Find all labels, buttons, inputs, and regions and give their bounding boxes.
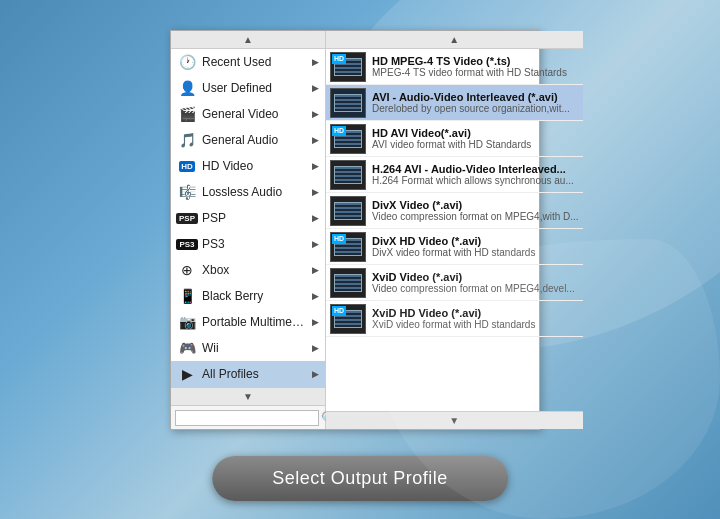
profile-name: H.264 AVI - Audio-Video Interleaved... xyxy=(372,163,579,175)
right-scroll-down[interactable]: ▼ xyxy=(326,411,583,429)
bottom-button-area: Select Output Profile xyxy=(212,456,508,501)
left-panel-content: 🕐 Recent Used ▶ 👤 User Defined ▶ 🎬 Gener… xyxy=(171,49,325,387)
sidebar-item-general-audio[interactable]: 🎵 General Audio ▶ xyxy=(171,127,325,153)
sidebar-item-general-video[interactable]: 🎬 General Video ▶ xyxy=(171,101,325,127)
profile-info-divx: DivX Video (*.avi) Video compression for… xyxy=(372,199,579,222)
sidebar-item-psp[interactable]: PSP PSP ▶ xyxy=(171,205,325,231)
profile-info-h264-avi: H.264 AVI - Audio-Video Interleaved... H… xyxy=(372,163,579,186)
lossless-icon: 🎼 xyxy=(177,183,197,201)
profile-desc: MPEG-4 TS video format with HD Stantards xyxy=(372,67,579,78)
sidebar-item-recent-used[interactable]: 🕐 Recent Used ▶ xyxy=(171,49,325,75)
profile-thumb-divx xyxy=(330,196,366,226)
profile-item-h264-avi[interactable]: H.264 AVI - Audio-Video Interleaved... H… xyxy=(326,157,583,193)
profile-name: HD MPEG-4 TS Video (*.ts) xyxy=(372,55,579,67)
sidebar-label-lossless-audio: Lossless Audio xyxy=(202,185,310,199)
arrow-icon: ▶ xyxy=(312,83,319,93)
sidebar-item-wii[interactable]: 🎮 Wii ▶ xyxy=(171,335,325,361)
sidebar-item-lossless-audio[interactable]: 🎼 Lossless Audio ▶ xyxy=(171,179,325,205)
sidebar-label-general-video: General Video xyxy=(202,107,310,121)
profile-item-xvid[interactable]: XviD Video (*.avi) Video compression for… xyxy=(326,265,583,301)
clock-icon: 🕐 xyxy=(177,53,197,71)
profile-thumb-h264-avi xyxy=(330,160,366,190)
profile-thumb-avi xyxy=(330,88,366,118)
profile-desc: DivX video format with HD standards xyxy=(372,247,579,258)
arrow-icon: ▶ xyxy=(312,265,319,275)
profile-thumb-xvid xyxy=(330,268,366,298)
arrow-icon: ▶ xyxy=(312,57,319,67)
sidebar-label-psp: PSP xyxy=(202,211,310,225)
sidebar-item-hd-video[interactable]: HD HD Video ▶ xyxy=(171,153,325,179)
psp-icon: PSP xyxy=(177,209,197,227)
hd-icon: HD xyxy=(177,157,197,175)
profile-info-xvid-hd: XviD HD Video (*.avi) XviD video format … xyxy=(372,307,579,330)
profile-desc: Video compression format on MPEG4,with D… xyxy=(372,211,579,222)
arrow-icon: ▶ xyxy=(312,239,319,249)
sidebar-label-portable-multimedia: Portable Multimedia Dev... xyxy=(202,315,310,329)
profile-thumb-hd-avi: HD xyxy=(330,124,366,154)
arrow-icon: ▶ xyxy=(312,291,319,301)
profile-name: XviD HD Video (*.avi) xyxy=(372,307,579,319)
allprofiles-icon: ▶ xyxy=(177,365,197,383)
profile-item-hd-avi[interactable]: HD HD AVI Video(*.avi) AVI video format … xyxy=(326,121,583,157)
profile-item-hd-mpeg4-ts[interactable]: HD HD MPEG-4 TS Video (*.ts) MPEG-4 TS v… xyxy=(326,49,583,85)
sidebar-label-xbox: Xbox xyxy=(202,263,310,277)
sidebar-item-user-defined[interactable]: 👤 User Defined ▶ xyxy=(171,75,325,101)
profile-thumb-hd-mpeg4-ts: HD xyxy=(330,52,366,82)
arrow-icon: ▶ xyxy=(312,343,319,353)
sidebar-item-blackberry[interactable]: 📱 Black Berry ▶ xyxy=(171,283,325,309)
profile-name: XviD Video (*.avi) xyxy=(372,271,579,283)
profile-info-avi: AVI - Audio-Video Interleaved (*.avi) De… xyxy=(372,91,579,114)
profile-info-xvid: XviD Video (*.avi) Video compression for… xyxy=(372,271,579,294)
profile-item-avi[interactable]: AVI - Audio-Video Interleaved (*.avi) De… xyxy=(326,85,583,121)
sidebar-item-portable-multimedia[interactable]: 📷 Portable Multimedia Dev... ▶ xyxy=(171,309,325,335)
sidebar-label-hd-video: HD Video xyxy=(202,159,310,173)
sidebar-label-general-audio: General Audio xyxy=(202,133,310,147)
profile-name: DivX Video (*.avi) xyxy=(372,199,579,211)
profile-name: HD AVI Video(*.avi) xyxy=(372,127,579,139)
sidebar-item-xbox[interactable]: ⊕ Xbox ▶ xyxy=(171,257,325,283)
profile-info-hd-avi: HD AVI Video(*.avi) AVI video format wit… xyxy=(372,127,579,150)
sidebar-label-ps3: PS3 xyxy=(202,237,310,251)
arrow-icon: ▶ xyxy=(312,135,319,145)
sidebar-item-all-profiles[interactable]: ▶ All Profiles ▶ xyxy=(171,361,325,387)
left-panel: ▲ 🕐 Recent Used ▶ 👤 User Defined ▶ xyxy=(171,31,326,429)
arrow-icon: ▶ xyxy=(312,187,319,197)
search-bar: 🔍 xyxy=(171,405,325,429)
arrow-icon: ▶ xyxy=(312,161,319,171)
select-output-button[interactable]: Select Output Profile xyxy=(212,456,508,501)
video-icon: 🎬 xyxy=(177,105,197,123)
profile-name: DivX HD Video (*.avi) xyxy=(372,235,579,247)
right-panel-wrapper: ▲ HD HD MPEG-4 TS Video (*.ts) MPEG-4 TS… xyxy=(326,31,583,429)
profile-info-divx-hd: DivX HD Video (*.avi) DivX video format … xyxy=(372,235,579,258)
right-panel-content: HD HD MPEG-4 TS Video (*.ts) MPEG-4 TS v… xyxy=(326,49,583,411)
profile-desc: Derelobed by open source organization,wi… xyxy=(372,103,579,114)
portable-icon: 📷 xyxy=(177,313,197,331)
dropdown-panel: ▲ 🕐 Recent Used ▶ 👤 User Defined ▶ xyxy=(170,30,540,430)
profile-thumb-divx-hd: HD xyxy=(330,232,366,262)
xbox-icon: ⊕ xyxy=(177,261,197,279)
right-panel: ▲ HD HD MPEG-4 TS Video (*.ts) MPEG-4 TS… xyxy=(326,31,583,429)
profile-item-divx[interactable]: DivX Video (*.avi) Video compression for… xyxy=(326,193,583,229)
main-container: ▲ 🕐 Recent Used ▶ 👤 User Defined ▶ xyxy=(170,30,540,430)
sidebar-label-wii: Wii xyxy=(202,341,310,355)
profile-item-xvid-hd[interactable]: HD XviD HD Video (*.avi) XviD video form… xyxy=(326,301,583,337)
arrow-icon: ▶ xyxy=(312,213,319,223)
profile-info-hd-mpeg4-ts: HD MPEG-4 TS Video (*.ts) MPEG-4 TS vide… xyxy=(372,55,579,78)
left-scroll-up[interactable]: ▲ xyxy=(171,31,325,49)
arrow-icon: ▶ xyxy=(312,369,319,379)
wii-icon: 🎮 xyxy=(177,339,197,357)
search-input[interactable] xyxy=(175,410,319,426)
sidebar-item-ps3[interactable]: PS3 PS3 ▶ xyxy=(171,231,325,257)
profile-thumb-xvid-hd: HD xyxy=(330,304,366,334)
left-scroll-down[interactable]: ▼ xyxy=(171,387,325,405)
profile-desc: XviD video format with HD standards xyxy=(372,319,579,330)
sidebar-label-user-defined: User Defined xyxy=(202,81,310,95)
profile-name: AVI - Audio-Video Interleaved (*.avi) xyxy=(372,91,579,103)
right-scroll-up[interactable]: ▲ xyxy=(326,31,583,49)
profile-desc: AVI video format with HD Standards xyxy=(372,139,579,150)
arrow-icon: ▶ xyxy=(312,317,319,327)
left-panel-wrapper: ▲ 🕐 Recent Used ▶ 👤 User Defined ▶ xyxy=(171,31,325,429)
blackberry-icon: 📱 xyxy=(177,287,197,305)
profile-item-divx-hd[interactable]: HD DivX HD Video (*.avi) DivX video form… xyxy=(326,229,583,265)
ps3-icon: PS3 xyxy=(177,235,197,253)
